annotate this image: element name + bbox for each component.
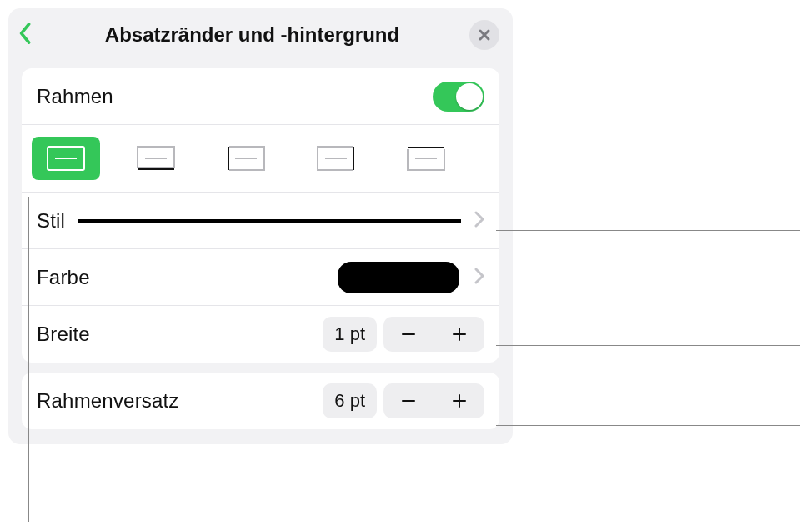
panel-title: Absatzränder und -hintergrund <box>35 23 469 47</box>
versatz-row: Rahmenversatz 6 pt <box>22 372 499 429</box>
stil-row[interactable]: Stil <box>22 192 499 249</box>
breite-stepper <box>383 317 484 352</box>
close-button[interactable] <box>469 20 499 50</box>
versatz-decrease-button[interactable] <box>383 383 434 418</box>
offset-group: Rahmenversatz 6 pt <box>22 372 499 429</box>
minus-icon <box>400 392 417 409</box>
breite-label: Breite <box>37 322 90 346</box>
border-option-right[interactable] <box>302 137 370 180</box>
rahmen-toggle[interactable] <box>433 82 484 112</box>
versatz-value: 6 pt <box>323 383 377 418</box>
border-option-bottom[interactable] <box>122 137 190 180</box>
toggle-knob <box>456 83 483 110</box>
versatz-stepper <box>383 383 484 418</box>
rahmen-label: Rahmen <box>37 85 113 108</box>
plus-icon <box>451 392 468 409</box>
close-icon <box>478 28 491 42</box>
farbe-label: Farbe <box>37 266 90 289</box>
breite-value: 1 pt <box>323 317 377 352</box>
panel-header: Absatzränder und -hintergrund <box>8 8 513 58</box>
back-icon[interactable] <box>18 21 34 49</box>
border-position-row <box>22 125 499 192</box>
breite-row: Breite 1 pt <box>22 306 499 362</box>
plus-icon <box>451 326 468 342</box>
border-settings-group: Rahmen <box>22 68 499 362</box>
breite-increase-button[interactable] <box>434 317 484 352</box>
borders-background-panel: Absatzränder und -hintergrund Rahmen <box>8 8 513 444</box>
callout-line <box>496 345 800 346</box>
minus-icon <box>400 326 417 342</box>
breite-decrease-button[interactable] <box>383 317 434 352</box>
callout-line <box>28 197 29 522</box>
callout-line <box>496 230 800 231</box>
line-style-preview <box>78 219 461 222</box>
border-option-left[interactable] <box>212 137 280 180</box>
farbe-row[interactable]: Farbe <box>22 249 499 306</box>
chevron-right-icon <box>474 268 484 288</box>
chevron-right-icon <box>474 211 484 231</box>
callout-line <box>496 425 800 426</box>
border-option-all[interactable] <box>32 137 100 180</box>
versatz-label: Rahmenversatz <box>37 389 179 412</box>
versatz-increase-button[interactable] <box>434 383 484 418</box>
rahmen-row: Rahmen <box>22 68 499 125</box>
color-swatch <box>338 262 459 293</box>
border-option-top[interactable] <box>392 137 460 180</box>
stil-label: Stil <box>37 209 65 232</box>
